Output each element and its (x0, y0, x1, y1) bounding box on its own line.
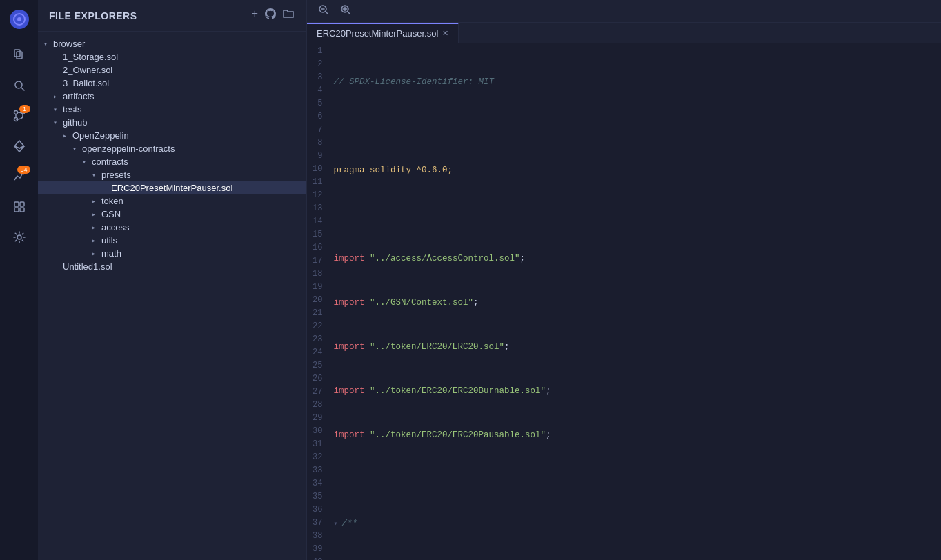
zoom-in-btn[interactable] (337, 3, 354, 19)
folder-label-access: access (101, 222, 129, 232)
presets-arrow: ▾ (92, 171, 101, 179)
folder-utils[interactable]: ▸ utils (38, 234, 306, 247)
svg-line-19 (326, 12, 328, 14)
access-arrow: ▸ (92, 223, 101, 232)
file-label-erc20preset: ERC20PresetMinterPauser.sol (111, 183, 232, 193)
file-tree: ▾ browser 1_Storage.sol 2_Owner.sol 3_Ba… (38, 32, 306, 560)
analytics-icon-btn[interactable]: 94 (6, 163, 33, 190)
file-2owner[interactable]: 2_Owner.sol (38, 63, 306, 77)
contracts-arrow: ▾ (82, 158, 92, 166)
browser-label: browser (53, 39, 85, 49)
svg-marker-11 (14, 146, 24, 152)
add-file-btn[interactable]: + (250, 7, 259, 24)
svg-point-16 (17, 235, 21, 239)
sidebar-header: FILE EXPLORERS + (38, 0, 306, 32)
artifacts-arrow: ▸ (53, 92, 63, 101)
file-label-1storage: 1_Storage.sol (63, 52, 118, 62)
folder-artifacts[interactable]: ▸ artifacts (38, 90, 306, 103)
code-line-11: ▾/** (330, 517, 941, 530)
svg-line-6 (21, 88, 24, 90)
editor-toolbar (307, 0, 941, 23)
logo-btn[interactable] (6, 6, 33, 33)
file-label-2owner: 2_Owner.sol (63, 65, 112, 75)
code-line-10 (330, 473, 941, 486)
github-action-btn[interactable] (264, 7, 277, 24)
files-icon-btn[interactable] (6, 41, 33, 69)
math-arrow: ▸ (92, 250, 101, 258)
gsn-arrow: ▸ (92, 210, 101, 219)
code-editor[interactable]: 1 2 3 4 5 6 7 8 9 10 11 12 13 14 15 16 1… (307, 43, 941, 560)
sidebar: FILE EXPLORERS + ▾ browser 1_Sto (38, 0, 307, 560)
folder-math[interactable]: ▸ math (38, 247, 306, 260)
svg-rect-3 (14, 50, 20, 57)
editor-area: ERC20PresetMinterPauser.sol ✕ 1 2 3 4 5 … (307, 0, 941, 560)
folder-label-openzeppelin: OpenZeppelin (72, 130, 129, 141)
github-arrow: ▾ (53, 119, 63, 127)
icon-bar: 1 94 (0, 0, 38, 560)
file-erc20preset[interactable]: ERC20PresetMinterPauser.sol (38, 181, 306, 194)
git-icon-btn[interactable]: 1 (6, 102, 33, 130)
git-badge: 1 (19, 105, 30, 113)
folder-openzeppelin-contracts[interactable]: ▾ openzeppelin-contracts (38, 142, 306, 155)
folder-label-token: token (101, 196, 123, 206)
browser-arrow: ▾ (43, 40, 53, 48)
code-line-2 (330, 120, 941, 133)
sidebar-title: FILE EXPLORERS (49, 10, 137, 21)
folder-label-tests: tests (63, 104, 81, 114)
sidebar-actions: + (250, 7, 295, 24)
ethereum-icon-btn[interactable] (6, 132, 33, 160)
tab-label: ERC20PresetMinterPauser.sol (317, 28, 438, 39)
folder-label-artifacts: artifacts (63, 91, 95, 101)
code-line-5: import "../access/AccessControl.sol"; (330, 252, 941, 266)
editor-tabs: ERC20PresetMinterPauser.sol ✕ (307, 23, 941, 43)
svg-rect-15 (20, 208, 24, 212)
folder-access[interactable]: ▸ access (38, 221, 306, 234)
code-line-9: import "../token/ERC20/ERC20Pausable.sol… (330, 429, 941, 442)
file-3ballot[interactable]: 3_Ballot.sol (38, 77, 306, 90)
code-line-1: // SPDX-License-Identifier: MIT (330, 76, 941, 89)
token-arrow: ▸ (92, 197, 101, 206)
folder-action-btn[interactable] (281, 7, 295, 24)
code-content: // SPDX-License-Identifier: MIT pragma s… (330, 43, 941, 560)
folder-github[interactable]: ▾ github (38, 116, 306, 129)
openzeppelin-contracts-arrow: ▾ (72, 145, 82, 153)
folder-presets[interactable]: ▾ presets (38, 168, 306, 181)
code-line-6: import "../GSN/Context.sol"; (330, 297, 941, 310)
folder-label-presets: presets (101, 170, 131, 180)
svg-line-23 (348, 12, 350, 14)
code-line-7: import "../token/ERC20/ERC20.sol"; (330, 341, 941, 354)
search-icon-btn[interactable] (6, 72, 33, 99)
settings-icon-btn[interactable] (6, 223, 33, 251)
tab-close-btn[interactable]: ✕ (442, 29, 448, 38)
folder-label-contracts: contracts (92, 157, 128, 167)
svg-rect-4 (17, 52, 22, 59)
code-line-3: pragma solidity ^0.6.0; (330, 164, 941, 177)
svg-rect-13 (20, 202, 24, 206)
zoom-out-btn[interactable] (315, 3, 332, 19)
file-label-untitled1: Untitled1.sol (63, 261, 112, 272)
tab-erc20preset[interactable]: ERC20PresetMinterPauser.sol ✕ (307, 23, 459, 43)
file-1storage[interactable]: 1_Storage.sol (38, 50, 306, 63)
svg-point-7 (14, 111, 17, 114)
code-line-4 (330, 208, 941, 221)
folder-label-utils: utils (101, 235, 117, 246)
folder-openzeppelin[interactable]: ▸ OpenZeppelin (38, 129, 306, 142)
code-line-8: import "../token/ERC20/ERC20Burnable.sol… (330, 385, 941, 398)
folder-gsn[interactable]: ▸ GSN (38, 208, 306, 221)
folder-contracts[interactable]: ▾ contracts (38, 155, 306, 168)
folder-label-gsn: GSN (101, 209, 121, 219)
utils-arrow: ▸ (92, 237, 101, 245)
svg-point-2 (17, 17, 21, 21)
file-untitled1[interactable]: Untitled1.sol (38, 260, 306, 273)
folder-label-math: math (101, 248, 121, 259)
tests-arrow: ▾ (53, 106, 63, 114)
folder-label-openzeppelin-contracts: openzeppelin-contracts (82, 143, 175, 154)
browser-root[interactable]: ▾ browser (38, 37, 306, 50)
folder-token[interactable]: ▸ token (38, 194, 306, 208)
folder-label-github: github (63, 117, 87, 128)
file-label-3ballot: 3_Ballot.sol (63, 78, 109, 88)
plugins-icon-btn[interactable] (6, 193, 33, 221)
analytics-badge: 94 (17, 166, 30, 174)
line-numbers: 1 2 3 4 5 6 7 8 9 10 11 12 13 14 15 16 1… (307, 43, 330, 560)
folder-tests[interactable]: ▾ tests (38, 103, 306, 116)
